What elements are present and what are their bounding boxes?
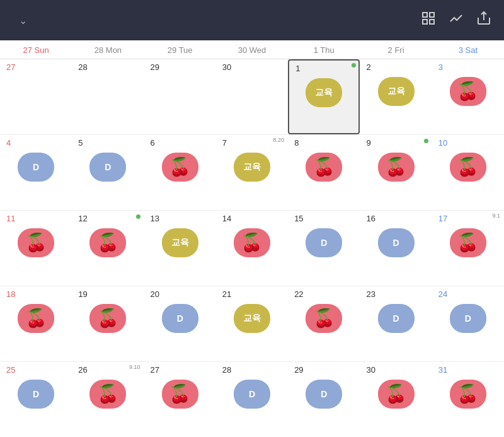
day-cell-29[interactable]: 29D [288, 362, 360, 437]
day-number: 26 [73, 364, 87, 376]
share-icon[interactable] [476, 11, 491, 30]
event-pill[interactable]: 🍒 [306, 304, 342, 333]
day-cell-27[interactable]: 27🍒 [144, 362, 216, 437]
day-cell-31[interactable]: 31🍒 [432, 362, 504, 437]
event-pill[interactable]: D [450, 304, 486, 333]
cherry-icon: 🍒 [313, 158, 335, 176]
day-number: 17 [433, 213, 447, 224]
day-cell-23[interactable]: 23D [360, 286, 432, 361]
event-pill[interactable]: 🍒 [162, 153, 198, 182]
event-pill[interactable]: 🍒 [18, 228, 54, 257]
day-cell-9[interactable]: 9🍒 [360, 135, 432, 210]
event-pill[interactable]: 🍒 [89, 380, 126, 409]
header-actions [421, 11, 491, 30]
svg-rect-1 [430, 13, 434, 17]
event-pill[interactable]: 🍒 [450, 228, 486, 257]
day-cell-1[interactable]: 1교육 [288, 59, 360, 134]
day-cell-13[interactable]: 13교육 [144, 211, 216, 286]
day-cell-25[interactable]: 25D [0, 362, 72, 437]
day-cell-16[interactable]: 16D [360, 211, 432, 286]
event-pill[interactable]: 교육 [306, 78, 342, 107]
day-cell-11[interactable]: 11🍒 [0, 211, 72, 286]
day-cell-29[interactable]: 29 [144, 59, 216, 134]
day-number: 28 [73, 62, 87, 73]
day-cell-5[interactable]: 5D [72, 135, 144, 210]
event-pill[interactable]: 교육 [378, 77, 415, 106]
event-pill[interactable]: 교육 [234, 304, 270, 333]
day-cell-28[interactable]: 28D [216, 362, 288, 437]
event-pill[interactable]: D [378, 228, 415, 257]
day-cell-6[interactable]: 6🍒 [144, 135, 216, 210]
pill-label: D [465, 313, 471, 323]
day-number: 29 [289, 364, 303, 376]
dow-cell-2-fri: 2 Fri [360, 40, 432, 59]
event-pill[interactable]: D [234, 380, 270, 409]
day-number: 4 [1, 137, 11, 149]
event-pill[interactable]: 🍒 [378, 380, 415, 409]
day-number: 30 [361, 364, 375, 376]
day-cell-15[interactable]: 15D [288, 211, 360, 286]
day-number: 29 [146, 62, 159, 73]
cherry-icon: 🍒 [457, 234, 479, 252]
cherry-icon: 🍒 [385, 385, 407, 403]
day-number: 18 [1, 289, 15, 300]
cherry-icon: 🍒 [97, 234, 119, 252]
dow-header: 27 Sun28 Mon29 Tue30 Wed1 Thu2 Fri3 Sat [0, 40, 504, 59]
day-cell-14[interactable]: 14🍒 [216, 211, 288, 286]
event-pill[interactable]: D [18, 380, 54, 409]
day-cell-26[interactable]: 9.1026🍒 [72, 362, 144, 437]
day-cell-24[interactable]: 24D [432, 286, 504, 361]
day-cell-30[interactable]: 30 [216, 59, 288, 134]
day-cell-8[interactable]: 8🍒 [288, 135, 360, 210]
event-pill[interactable]: D [306, 228, 342, 257]
day-number: 11 [1, 213, 15, 224]
day-cell-12[interactable]: 12🍒 [72, 211, 144, 286]
chevron-down-icon[interactable]: ⌄ [19, 15, 27, 26]
day-number: 1 [290, 63, 300, 74]
event-pill[interactable]: 🍒 [234, 228, 270, 257]
day-cell-19[interactable]: 19🍒 [72, 286, 144, 361]
grid-icon[interactable] [421, 11, 436, 30]
pill-label: D [321, 238, 327, 248]
event-pill[interactable]: 🍒 [162, 380, 198, 409]
day-cell-27[interactable]: 27 [0, 59, 72, 134]
cherry-icon: 🍒 [25, 310, 47, 327]
day-cell-10[interactable]: 10🍒 [432, 135, 504, 210]
day-cell-28[interactable]: 28 [72, 59, 144, 134]
pill-label: D [393, 238, 399, 248]
day-cell-18[interactable]: 18🍒 [0, 286, 72, 361]
day-cell-4[interactable]: 4D [0, 135, 72, 210]
event-pill[interactable]: 교육 [162, 228, 198, 257]
event-pill[interactable]: 🍒 [89, 228, 126, 257]
event-pill[interactable]: 교육 [234, 153, 270, 182]
chart-icon[interactable] [449, 11, 464, 30]
event-pill[interactable]: 🍒 [378, 153, 415, 182]
day-number: 24 [433, 289, 447, 300]
event-pill[interactable]: D [162, 304, 198, 333]
day-cell-17[interactable]: 9.117🍒 [432, 211, 504, 286]
event-pill[interactable]: D [306, 380, 342, 409]
event-pill[interactable]: 🍒 [306, 153, 342, 182]
day-cell-22[interactable]: 22🍒 [288, 286, 360, 361]
event-pill[interactable]: 🍒 [450, 380, 486, 409]
day-number: 9 [361, 137, 370, 149]
header-left: ⌄ [13, 15, 27, 26]
day-number: 3 [433, 62, 443, 73]
day-cell-30[interactable]: 30🍒 [360, 362, 432, 437]
event-pill[interactable]: D [378, 304, 415, 333]
day-cell-2[interactable]: 2교육 [360, 59, 432, 134]
day-cell-7[interactable]: 8.207교육 [216, 135, 288, 210]
day-cell-20[interactable]: 20D [144, 286, 216, 361]
day-number: 22 [289, 289, 303, 300]
event-pill[interactable]: 🍒 [450, 153, 486, 182]
day-cell-21[interactable]: 21교육 [216, 286, 288, 361]
event-pill[interactable]: 🍒 [89, 304, 126, 333]
event-pill[interactable]: D [18, 153, 54, 182]
event-pill[interactable]: D [89, 153, 126, 182]
day-cell-3[interactable]: 3🍒 [432, 59, 504, 134]
dow-cell-3-sat: 3 Sat [432, 40, 504, 59]
weeks-container: 272829301교육2교육3🍒4D5D6🍒8.207교육8🍒9🍒10🍒11🍒1… [0, 59, 504, 437]
event-pill[interactable]: 🍒 [450, 77, 486, 106]
pill-label: 교육 [243, 313, 261, 324]
event-pill[interactable]: 🍒 [18, 304, 54, 333]
